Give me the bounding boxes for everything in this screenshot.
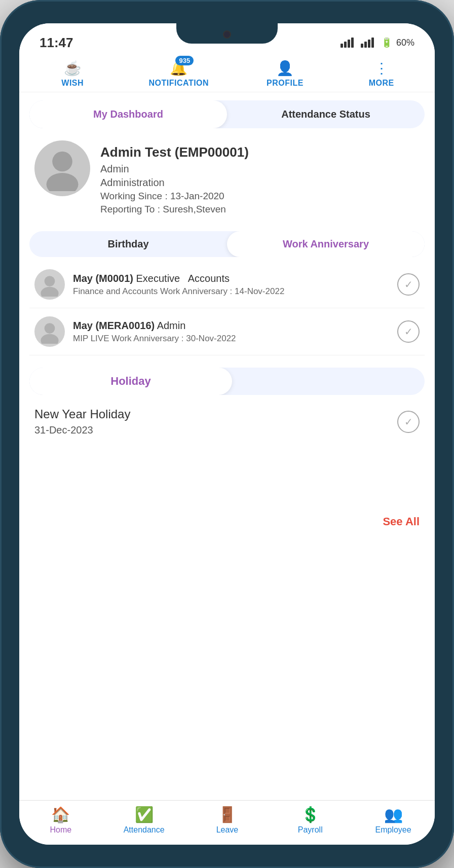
status-time: 11:47 [40, 35, 73, 51]
list-detail-1: Finance and Accounts Work Anniversary : … [73, 286, 389, 297]
list-detail-2: MIP LIVE Work Anniversary : 30-Nov-2022 [73, 334, 389, 344]
list-avatar-2 [34, 316, 65, 347]
tab-work-anniversary[interactable]: Work Anniversary [227, 231, 425, 257]
list-avatar-silhouette-2 [37, 319, 62, 344]
employee-icon: 👥 [384, 806, 403, 823]
see-all-section: See All [29, 509, 425, 534]
list-name-1: May (M0001) Executive Accounts [73, 273, 389, 284]
attendance-icon: ✅ [135, 806, 154, 823]
profile-label: PROFILE [267, 79, 304, 88]
list-info-1: May (M0001) Executive Accounts Finance a… [73, 273, 389, 297]
profile-icon: 👤 [276, 60, 294, 77]
more-icon: ⋮ [374, 60, 389, 77]
profile-reporting: Reporting To : Suresh,Steven [100, 204, 420, 215]
spacer [29, 444, 425, 505]
notification-nav-item[interactable]: 🔔 935 NOTIFICATION [149, 60, 209, 88]
list-name-2: May (MERA0016) Admin [73, 320, 389, 332]
signal-icon-2 [361, 38, 374, 48]
tab-attendance-status[interactable]: Attendance Status [227, 100, 425, 128]
svg-point-5 [41, 334, 58, 344]
wish-icon: ☕ [64, 60, 82, 77]
battery-percent: 60% [396, 38, 414, 48]
wish-label: WISH [61, 79, 84, 88]
bottom-nav-payroll[interactable]: 💲 Payroll [290, 806, 330, 835]
bottom-nav: 🏠 Home ✅ Attendance 🚪 Leave 💲 Payroll 👥 … [19, 800, 435, 845]
main-content: Admin Test (EMP00001) Admin Administrati… [19, 128, 435, 800]
camera [223, 30, 231, 39]
holiday-date: 31-Dec-2023 [34, 424, 389, 436]
check-icon-1: ✓ [397, 273, 420, 296]
payroll-label: Payroll [298, 825, 323, 835]
signal-icon [340, 38, 354, 48]
leave-icon: 🚪 [218, 806, 237, 823]
holiday-check-icon: ✓ [397, 411, 420, 433]
svg-point-3 [41, 287, 58, 297]
holiday-section-header: Holiday [29, 368, 425, 395]
holiday-info: New Year Holiday 31-Dec-2023 [34, 407, 389, 436]
check-icon-2: ✓ [397, 320, 420, 343]
svg-point-1 [47, 173, 79, 191]
holiday-name: New Year Holiday [34, 407, 389, 421]
leave-label: Leave [216, 825, 239, 835]
list-info-2: May (MERA0016) Admin MIP LIVE Work Anniv… [73, 320, 389, 344]
list-item: May (M0001) Executive Accounts Finance a… [29, 261, 425, 308]
avatar-silhouette [40, 146, 85, 191]
notch [176, 23, 278, 44]
notification-badge: 935 [175, 56, 194, 65]
more-nav-item[interactable]: ⋮ MORE [361, 60, 402, 88]
profile-section: Admin Test (EMP00001) Admin Administrati… [29, 128, 425, 227]
attendance-label: Attendance [124, 825, 165, 835]
profile-role: Admin [100, 163, 420, 175]
avatar [34, 140, 90, 196]
bottom-nav-employee[interactable]: 👥 Employee [373, 806, 413, 835]
tab-my-dashboard[interactable]: My Dashboard [29, 100, 227, 128]
profile-dept: Administration [100, 177, 420, 189]
sub-tab-bar: Birthday Work Anniversary [29, 231, 425, 257]
more-label: MORE [369, 79, 394, 88]
payroll-icon: 💲 [301, 806, 320, 823]
wish-nav-item[interactable]: ☕ WISH [52, 60, 93, 88]
notification-label: NOTIFICATION [149, 79, 209, 88]
bottom-nav-leave[interactable]: 🚪 Leave [207, 806, 247, 835]
list-item-2: May (MERA0016) Admin MIP LIVE Work Anniv… [29, 308, 425, 355]
bottom-nav-attendance[interactable]: ✅ Attendance [124, 806, 165, 835]
profile-info: Admin Test (EMP00001) Admin Administrati… [100, 140, 420, 215]
main-tab-bar: My Dashboard Attendance Status [29, 100, 425, 128]
tab-birthday[interactable]: Birthday [29, 231, 227, 257]
svg-point-2 [45, 276, 55, 286]
svg-point-0 [52, 152, 72, 172]
bottom-nav-home[interactable]: 🏠 Home [41, 806, 81, 835]
holiday-item: New Year Holiday 31-Dec-2023 ✓ [29, 399, 425, 444]
profile-nav-item[interactable]: 👤 PROFILE [264, 60, 305, 88]
status-icons: 🔋 60% [340, 37, 414, 48]
profile-name: Admin Test (EMP00001) [100, 144, 420, 160]
list-avatar-1 [34, 269, 65, 300]
profile-since: Working Since : 13-Jan-2020 [100, 191, 420, 202]
battery-icon: 🔋 [381, 37, 392, 48]
home-icon: 🏠 [51, 806, 70, 823]
employee-label: Employee [375, 825, 411, 835]
tab-holiday[interactable]: Holiday [29, 368, 232, 395]
list-avatar-silhouette-1 [37, 272, 62, 297]
see-all-button[interactable]: See All [383, 515, 420, 528]
home-label: Home [50, 825, 72, 835]
svg-point-4 [45, 323, 55, 334]
top-nav: ☕ WISH 🔔 935 NOTIFICATION 👤 PROFILE ⋮ MO… [19, 54, 435, 92]
